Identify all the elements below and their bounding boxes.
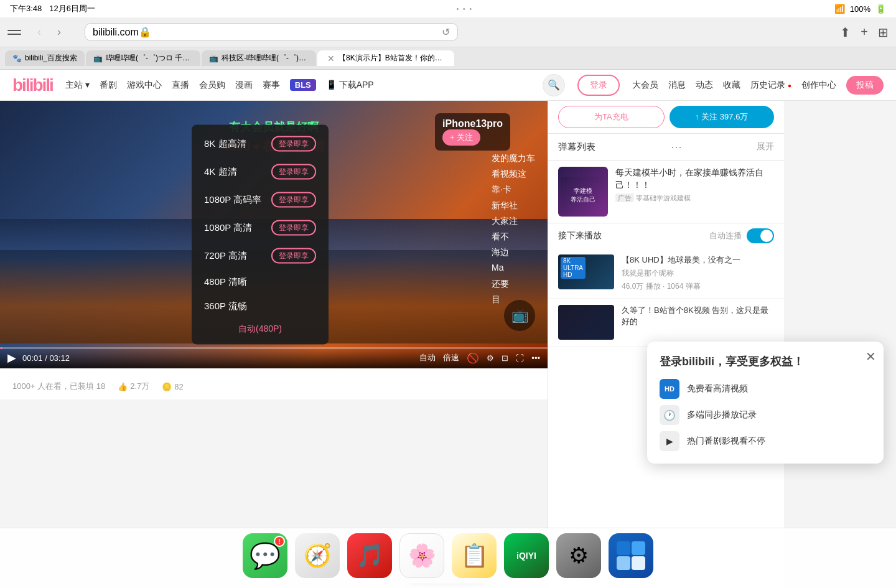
next-video-2[interactable]: 久等了！B站首个8K视频 告别，这只是最好的	[548, 299, 784, 347]
feature-icon-sync: 🕐	[660, 405, 679, 425]
url-text: bilibili.com	[93, 27, 139, 38]
quality-1080h-label: 1080P 高码率	[204, 194, 261, 206]
quality-1080h-badge[interactable]: 登录即享	[271, 192, 316, 208]
autoplay-toggle-switch[interactable]	[747, 228, 774, 243]
quality-1080-high[interactable]: 1080P 高码率 登录即享	[192, 186, 329, 214]
back-btn[interactable]: ‹	[32, 23, 46, 41]
combo-grid	[613, 538, 649, 574]
nav-history[interactable]: 历史记录 ●	[750, 80, 791, 91]
quality-8k-badge[interactable]: 登录即享	[271, 136, 316, 152]
search-btn[interactable]: 🔍	[543, 74, 565, 96]
tab-label-4: 【8K演示片】B站首发！你的设备	[338, 53, 447, 63]
ctrl-danmaku-off[interactable]: 🚫	[467, 352, 479, 364]
dock-iqiyi-app[interactable]: iQIYI	[504, 533, 549, 578]
next-title-1: 【8K UHD】地球最美，没有之一	[622, 254, 774, 266]
sidebar-toggle-btn[interactable]	[7, 25, 26, 40]
like-btn[interactable]: 👍 2.7万	[118, 381, 149, 392]
toolbar-actions: ⬆ + ⊞	[840, 25, 889, 40]
coin-btn[interactable]: 🪙 82	[162, 382, 183, 391]
nav-main[interactable]: 主站 ▾	[65, 80, 90, 91]
dock-safari-app[interactable]: 🧭	[295, 533, 340, 578]
nav-manga[interactable]: 漫画	[235, 80, 253, 91]
tabs-grid-btn[interactable]: ⊞	[878, 25, 889, 40]
next-info-1: 【8K UHD】地球最美，没有之一 我就是那个昵称 46.0万 播放 · 106…	[622, 254, 774, 292]
ad-title: 每天建模半小时，在家接单赚钱养活自己！！！	[615, 167, 774, 191]
autoplay-toggle-group: 自动连播	[709, 228, 774, 243]
tab-close-icon[interactable]: ✕	[327, 54, 335, 63]
quality-4k[interactable]: 4K 超清 登录即享	[192, 158, 329, 186]
quality-1080[interactable]: 1080P 高清 登录即享	[192, 214, 329, 242]
login-btn[interactable]: 登录	[577, 75, 620, 96]
danmaku-expand-btn[interactable]: 展开	[757, 141, 774, 152]
nav-shop[interactable]: 会员购	[199, 80, 225, 91]
url-bar[interactable]: bilibili.com 🔒 ↺	[85, 23, 458, 41]
tab-baidu-search[interactable]: 🐾 bilibili_百度搜索	[5, 50, 85, 66]
login-popup: ✕ 登录bilibili，享受更多权益！ HD 免费看高清视频 🕐 多端同步播放…	[647, 342, 884, 464]
quality-4k-badge[interactable]: 登录即享	[271, 164, 316, 180]
quality-4k-label: 4K 超清	[204, 166, 237, 178]
play-btn[interactable]: ▶	[7, 351, 16, 365]
dock-notes-app[interactable]: 📋	[452, 533, 497, 578]
follow-btn[interactable]: + 关注	[442, 129, 480, 146]
dock: 💬 ! 🧭 🎵 🌸 📋 iQIYI ⚙	[0, 528, 896, 588]
forward-btn[interactable]: ›	[52, 23, 66, 41]
video-player[interactable]: 有大会员就是好啊 4000＋在看就离谱 iPhone13pro + 关注 发的魔…	[0, 101, 548, 368]
nav-live[interactable]: 直播	[172, 80, 189, 91]
danmaku-more-icon[interactable]: ⋯	[671, 140, 682, 154]
share-btn[interactable]: ⬆	[840, 25, 851, 40]
nav-events[interactable]: 赛事	[263, 80, 280, 91]
nav-download[interactable]: 📱 下载APP	[326, 80, 374, 91]
dock-messages-app[interactable]: 💬 !	[243, 533, 287, 578]
nav-activity[interactable]: 动态	[696, 80, 713, 91]
nav-drama[interactable]: 番剧	[100, 80, 117, 91]
quality-auto[interactable]: 自动(480P)	[192, 319, 329, 340]
dock-settings-app[interactable]: ⚙	[556, 533, 601, 578]
quality-1080-badge[interactable]: 登录即享	[271, 220, 316, 236]
bls-badge[interactable]: BLS	[290, 79, 316, 91]
add-tab-btn[interactable]: +	[861, 25, 868, 40]
feature-text-3: 热门番剧影视看不停	[687, 436, 765, 447]
next-video-1[interactable]: 8KULTRAHD 【8K UHD】地球最美，没有之一 我就是那个昵称 46.0…	[548, 248, 784, 299]
reload-btn[interactable]: ↺	[442, 26, 450, 38]
upload-btn[interactable]: 投稿	[846, 76, 884, 95]
ctrl-auto[interactable]: 自动	[419, 352, 436, 363]
battery-icon: 🔋	[875, 4, 886, 14]
tab-8k-active[interactable]: ✕ 【8K演示片】B站首发！你的设备	[317, 50, 454, 66]
nav-creator[interactable]: 创作中心	[801, 80, 836, 91]
tabs-bar: 🐾 bilibili_百度搜索 📺 哔哩哔哩(゜-゜)つロ 千杯 ~--bili…	[0, 47, 896, 70]
dock-combo-app[interactable]	[609, 533, 653, 578]
quality-480[interactable]: 480P 清晰	[192, 270, 329, 294]
ctrl-more[interactable]: •••	[531, 353, 540, 363]
ctrl-theater[interactable]: ⊡	[502, 353, 508, 363]
ctrl-settings[interactable]: ⚙	[487, 353, 494, 363]
ctrl-widescreen[interactable]: ⛶	[516, 353, 524, 363]
dock-music-app[interactable]: 🎵	[347, 533, 392, 578]
messages-badge: !	[274, 536, 285, 547]
dock-photos-app[interactable]: 🌸	[399, 533, 444, 578]
device-title: iPhone13pro	[442, 118, 503, 129]
ctrl-speed[interactable]: 倍速	[443, 352, 459, 363]
sidebar-ad: 学建模养活自己 每天建模半小时，在家接单赚钱养活自己！！！ 广告 零基础学游戏建…	[548, 161, 784, 223]
notes-emoji: 📋	[460, 543, 488, 569]
nav-msg[interactable]: 消息	[668, 80, 686, 91]
charge-btn[interactable]: 为TA充电	[558, 106, 665, 128]
safari-emoji: 🧭	[304, 543, 332, 569]
nav-fav[interactable]: 收藏	[723, 80, 740, 91]
video-meta: 1000+ 人在看，已装填 18 👍 2.7万 🪙 82	[12, 381, 535, 392]
video-info: 1000+ 人在看，已装填 18 👍 2.7万 🪙 82	[0, 368, 548, 399]
tv-cast-btn[interactable]: 📺	[504, 300, 535, 331]
sidebar-actions: 为TA充电 ↑ 关注 397.6万	[548, 101, 784, 134]
tab-bilibili-2[interactable]: 📺 科技区-哔哩哔哩(゜-゜)つロ 千杯	[202, 50, 316, 66]
feature-icon-hd: HD	[660, 379, 679, 399]
quality-8k[interactable]: 8K 超高清 登录即享	[192, 130, 329, 158]
popup-close-btn[interactable]: ✕	[866, 349, 876, 364]
nav-vip[interactable]: 大会员	[632, 80, 658, 91]
subscribe-btn[interactable]: ↑ 关注 397.6万	[670, 106, 775, 128]
quality-360[interactable]: 360P 流畅	[192, 294, 329, 319]
ad-badge: 广告 零基础学游戏建模	[615, 194, 774, 203]
quality-720[interactable]: 720P 高清 登录即享	[192, 242, 329, 270]
nav-games[interactable]: 游戏中心	[127, 80, 162, 91]
ad-card[interactable]: 学建模养活自己 每天建模半小时，在家接单赚钱养活自己！！！ 广告 零基础学游戏建…	[558, 167, 774, 217]
quality-720-badge[interactable]: 登录即享	[271, 248, 316, 264]
tab-bilibili-1[interactable]: 📺 哔哩哔哩(゜-゜)つロ 千杯 ~--bilibili	[86, 50, 200, 66]
